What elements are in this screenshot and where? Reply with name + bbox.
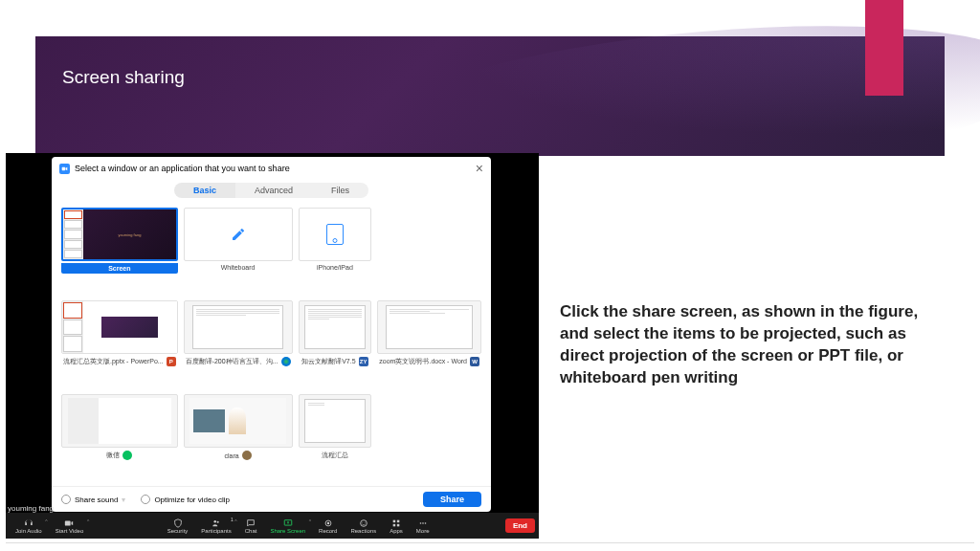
share-item-whiteboard[interactable]: Whiteboard [184,208,293,295]
record-button[interactable]: Record [313,517,343,536]
divider [6,542,974,543]
zoom-toolbar: ^ Join Audio ^ Start Video Security 1 ^ … [6,513,539,539]
svg-point-14 [422,522,424,524]
app-thumbnail [61,394,178,448]
share-item-label: Whiteboard [184,263,293,272]
svg-rect-11 [393,523,396,526]
share-item-clara[interactable]: clara [184,394,293,482]
word-icon: W [470,357,479,366]
join-audio-button[interactable]: ^ Join Audio [10,517,48,536]
share-item-word[interactable]: zoom英文说明书.docx - Word W [377,300,481,388]
instruction-text: Click the share screen, as shown in the … [560,301,933,389]
svg-point-8 [365,521,366,522]
share-item-label: iPhone/iPad [299,263,372,272]
share-screen-icon [282,518,294,528]
pencil-icon [231,227,246,242]
ipad-thumbnail [299,208,372,261]
dialog-title: Select a window or an application that y… [75,164,290,173]
chat-button[interactable]: Chat [239,517,263,536]
svg-point-6 [360,519,367,526]
app-thumbnail [377,300,481,354]
share-sound-checkbox[interactable] [61,495,71,504]
slide-header [35,36,945,156]
dialog-header: Select a window or an application that y… [52,157,491,180]
share-item-label: zoom英文说明书.docx - Word W [377,356,481,367]
share-item-label: 微信 [61,450,178,461]
share-button[interactable]: Share [423,492,481,507]
app-thumbnail [184,300,293,354]
participants-button[interactable]: 1 ^ Participants [195,517,236,536]
share-sound-label: Share sound [75,496,118,504]
tab-files[interactable]: Files [312,183,368,198]
share-item-browser[interactable]: 百度翻译-200种语言互译、沟... [184,300,293,388]
powerpoint-icon: P [167,357,176,366]
user-name-tag: youming fang [8,504,54,513]
headphones-icon [23,518,34,528]
app-thumbnail [184,394,293,448]
svg-point-15 [424,522,426,524]
zoom-logo-icon [59,164,70,174]
share-item-label: clara [184,450,293,461]
caret-up-icon[interactable]: ^ [45,518,47,524]
share-item-process[interactable]: 流程汇总 [299,394,372,482]
dialog-footer: Share sound ▾ Optimize for video clip Sh… [52,486,491,512]
start-video-button[interactable]: ^ Start Video [50,517,90,536]
svg-rect-10 [397,519,400,522]
slide-title: Screen sharing [62,67,185,88]
video-icon [63,518,75,528]
zoom-window: Select a window or an application that y… [6,153,539,539]
share-item-zhiyun[interactable]: 知云文献翻译V7.5 ZY [299,300,372,388]
reactions-icon [358,518,369,528]
share-item-label: 流程汇总英文版.pptx - PowerPo... P [61,356,178,367]
svg-rect-0 [62,166,66,170]
svg-point-1 [214,520,217,523]
share-screen-button[interactable]: ^ Share Screen [264,517,311,536]
tab-basic[interactable]: Basic [174,183,235,198]
share-item-label: 百度翻译-200种语言互译、沟... [184,356,293,367]
chat-icon [245,518,256,528]
share-item-label: 流程汇总 [299,450,372,461]
share-item-ipad[interactable]: iPhone/iPad [299,208,372,295]
svg-point-13 [419,522,421,524]
ipad-icon [326,224,344,245]
svg-rect-12 [397,523,400,526]
more-icon [417,518,429,528]
tab-advanced[interactable]: Advanced [235,183,312,198]
share-item-wechat[interactable]: 微信 [61,394,178,482]
participants-icon [211,518,222,528]
share-grid: youming fang Screen Whiteboard iPhone/iP… [52,204,491,486]
more-button[interactable]: More [411,517,435,536]
dialog-tabs: Basic Advanced Files [52,180,491,204]
caret-up-icon[interactable]: ^ [309,518,311,524]
screen-thumbnail: youming fang [61,208,178,261]
caret-up-icon[interactable]: ^ [234,518,236,524]
wechat-icon [122,451,132,460]
optimize-checkbox[interactable] [141,495,150,504]
share-item-label: 知云文献翻译V7.5 ZY [299,356,372,367]
app-thumbnail [299,394,372,448]
record-icon [323,518,334,528]
svg-point-7 [362,521,363,522]
shield-icon [172,518,184,528]
app-thumbnail [299,300,372,354]
whiteboard-thumbnail [184,208,293,261]
accent-tab [865,0,903,96]
apps-button[interactable]: Apps [384,517,409,536]
end-button[interactable]: End [505,518,535,533]
app-thumbnail [61,300,178,354]
zhiyun-icon: ZY [359,357,368,366]
svg-rect-9 [393,519,396,522]
share-item-powerpoint[interactable]: 流程汇总英文版.pptx - PowerPo... P [61,300,178,388]
close-icon[interactable]: × [476,161,483,176]
svg-point-5 [327,521,330,524]
share-screen-dialog: Select a window or an application that y… [52,157,491,512]
share-item-screen[interactable]: youming fang Screen [61,208,178,295]
security-button[interactable]: Security [162,517,194,536]
edge-icon [281,357,291,366]
caret-up-icon[interactable]: ^ [87,518,89,524]
reactions-button[interactable]: Reactions [345,517,382,536]
avatar-icon [242,451,252,460]
optimize-label: Optimize for video clip [154,496,230,504]
participants-count: 1 [231,517,234,522]
apps-icon [390,518,402,528]
